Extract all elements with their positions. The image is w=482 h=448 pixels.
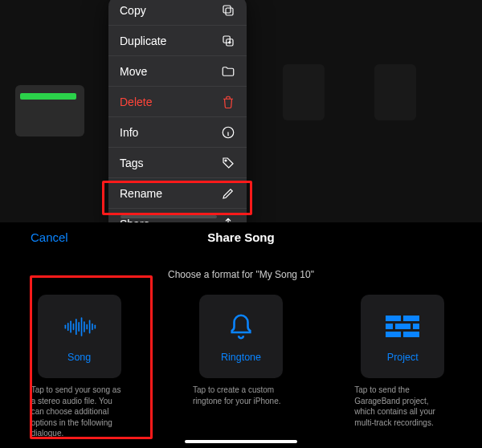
folder-icon (221, 64, 235, 79)
menu-item-label: Duplicate (120, 35, 166, 47)
context-menu: Copy Duplicate Move Delete (108, 0, 247, 222)
menu-item-label: Info (120, 126, 138, 139)
home-indicator[interactable] (185, 440, 297, 443)
bell-icon (224, 310, 258, 344)
menu-item-label: Rename (120, 187, 162, 200)
card-song[interactable]: Song (38, 295, 121, 378)
svg-rect-25 (403, 332, 419, 337)
menu-item-duplicate[interactable]: Duplicate (108, 26, 247, 56)
copy-icon (221, 3, 235, 18)
nav-bar: Cancel Share Song (0, 222, 482, 255)
card-ringtone[interactable]: Ringtone (199, 295, 283, 378)
tag-icon (221, 156, 235, 170)
menu-item-label: Delete (120, 96, 152, 108)
bricks-icon (386, 310, 419, 344)
menu-item-label: Tags (120, 157, 144, 169)
pencil-icon (221, 186, 235, 201)
blurred-thumbnail (374, 64, 416, 120)
svg-rect-0 (226, 8, 233, 15)
menu-item-label: Copy (120, 4, 146, 17)
card-label: Project (387, 352, 419, 363)
share-sheet: Cancel Share Song Choose a format for "M… (0, 222, 482, 448)
waveform-icon (63, 310, 96, 344)
svg-rect-24 (386, 332, 401, 337)
svg-rect-23 (413, 324, 419, 329)
browser-pane: Copy Duplicate Move Delete (0, 0, 482, 222)
sheet-title: Share Song (0, 230, 482, 244)
track-preview (20, 93, 76, 100)
menu-item-tags[interactable]: Tags (108, 148, 247, 178)
svg-rect-19 (386, 316, 401, 321)
menu-item-move[interactable]: Move (108, 56, 247, 87)
scroll-indicator (120, 215, 217, 218)
svg-rect-22 (395, 324, 411, 329)
share-icon (221, 217, 235, 223)
format-option-ringtone: Ringtone Tap to create a custom ringtone… (184, 295, 297, 439)
card-description: Tap to send the GarageBand project, whic… (354, 385, 451, 428)
duplicate-icon (221, 34, 235, 48)
svg-rect-21 (386, 324, 393, 329)
menu-item-delete[interactable]: Delete (108, 87, 247, 117)
card-project[interactable]: Project (361, 295, 444, 378)
menu-item-copy[interactable]: Copy (108, 0, 247, 26)
menu-item-label: Move (120, 65, 147, 78)
svg-rect-20 (403, 316, 419, 321)
menu-item-info[interactable]: Info (108, 117, 247, 148)
format-cards: Song Tap to send your song as a stereo a… (0, 295, 482, 439)
card-description: Tap to send your song as a stereo audio … (31, 385, 128, 439)
blurred-thumbnail (283, 64, 325, 120)
menu-item-rename[interactable]: Rename (108, 178, 247, 209)
trash-icon (221, 95, 235, 109)
svg-rect-1 (223, 6, 231, 13)
project-thumbnail[interactable] (15, 85, 84, 136)
card-description: Tap to create a custom ringtone for your… (193, 385, 289, 406)
format-option-project: Project Tap to send the GarageBand proje… (346, 295, 460, 439)
sheet-subtitle: Choose a format for "My Song 10" (0, 269, 482, 280)
card-label: Ringtone (221, 352, 261, 363)
svg-point-5 (225, 160, 227, 161)
format-option-song: Song Tap to send your song as a stereo a… (22, 295, 136, 439)
info-icon (221, 125, 235, 140)
card-label: Song (67, 352, 91, 363)
